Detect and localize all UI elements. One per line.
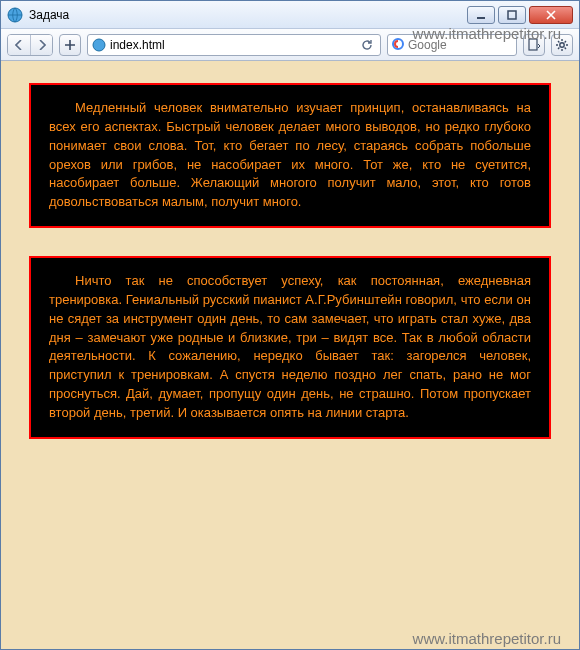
toolbar (1, 29, 579, 61)
window-title: Задача (29, 8, 467, 22)
svg-rect-5 (529, 39, 537, 50)
titlebar: Задача (1, 1, 579, 29)
address-bar[interactable] (87, 34, 381, 56)
close-button[interactable] (529, 6, 573, 24)
page-viewport: Медленный человек внимательно изучает пр… (1, 61, 579, 649)
page-icon (92, 38, 106, 52)
page-menu-icon (527, 38, 541, 52)
svg-point-3 (93, 39, 105, 51)
paragraph: Ничто так не способствует успеху, как по… (49, 272, 531, 423)
close-icon (545, 10, 557, 20)
globe-icon (7, 7, 23, 23)
settings-button[interactable] (551, 34, 573, 56)
minimize-icon (476, 10, 486, 20)
refresh-icon (360, 38, 374, 52)
gear-icon (555, 38, 569, 52)
google-icon (392, 36, 404, 54)
text-block-1: Медленный человек внимательно изучает пр… (29, 83, 551, 228)
text-block-2: Ничто так не способствует успеху, как по… (29, 256, 551, 439)
forward-icon (38, 40, 46, 50)
forward-button[interactable] (30, 35, 52, 55)
back-button[interactable] (8, 35, 30, 55)
svg-rect-1 (477, 17, 485, 19)
url-input[interactable] (110, 36, 354, 54)
svg-rect-2 (508, 11, 516, 19)
page-menu-button[interactable] (523, 34, 545, 56)
maximize-icon (507, 10, 517, 20)
search-box[interactable] (387, 34, 517, 56)
back-icon (15, 40, 23, 50)
paragraph: Медленный человек внимательно изучает пр… (49, 99, 531, 212)
plus-icon (64, 39, 76, 51)
refresh-button[interactable] (358, 36, 376, 54)
window-buttons (467, 6, 573, 24)
minimize-button[interactable] (467, 6, 495, 24)
svg-point-6 (560, 42, 564, 46)
nav-group (7, 34, 53, 56)
new-tab-button[interactable] (59, 34, 81, 56)
maximize-button[interactable] (498, 6, 526, 24)
browser-window: Задача (0, 0, 580, 650)
